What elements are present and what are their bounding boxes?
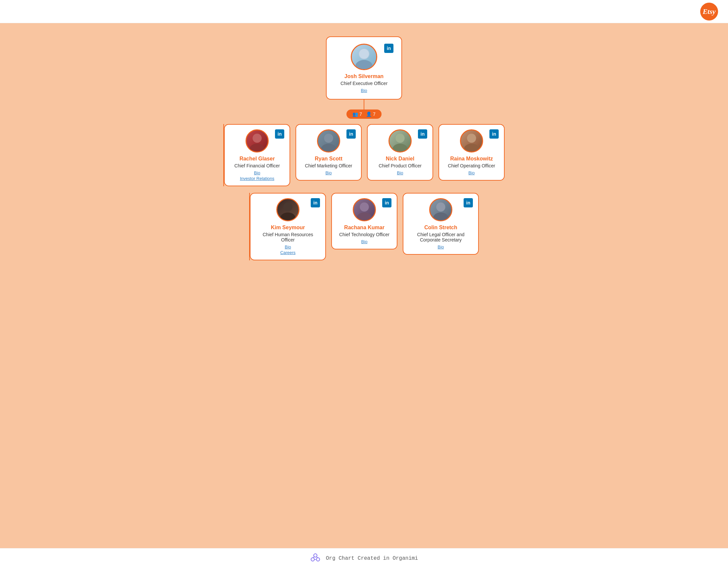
colin-bio-link[interactable]: Bio	[409, 245, 473, 250]
svg-point-18	[314, 554, 317, 557]
nick-avatar	[388, 129, 412, 153]
direct-count: 7	[359, 112, 362, 117]
rachel-investor-link[interactable]: Investor Relations	[230, 176, 284, 181]
rachel-bio-link[interactable]: Bio	[230, 170, 284, 175]
colin-avatar-wrap: in	[409, 198, 473, 221]
organimi-icon	[310, 553, 321, 564]
kim-avatar-wrap: in	[256, 198, 320, 221]
rachel-avatar	[246, 129, 269, 153]
ceo-down-line	[364, 100, 364, 110]
rachana-title: Chief Technology Officer	[337, 232, 391, 237]
kim-careers-link[interactable]: Careers	[256, 250, 320, 255]
raina-linkedin-icon[interactable]: in	[489, 129, 499, 139]
ryan-avatar	[317, 129, 340, 153]
rachana-bio-link[interactable]: Bio	[337, 239, 391, 244]
svg-point-12	[280, 213, 296, 221]
node-raina: in Raina Moskowitz Chief Operating Offic…	[438, 124, 505, 181]
svg-line-21	[316, 557, 318, 558]
rachel-title: Chief Financial Officer	[230, 163, 284, 168]
ceo-linkedin-icon[interactable]: in	[384, 44, 393, 53]
colin-title: Chief Legal Officer and Corporate Secret…	[409, 232, 473, 243]
rachana-linkedin-icon[interactable]: in	[382, 198, 391, 208]
svg-point-17	[311, 558, 314, 561]
ryan-avatar-wrap: in	[301, 129, 356, 153]
ceo-avatar	[351, 44, 377, 70]
stats-pill: 👥 7 👤 7	[346, 110, 382, 119]
raina-avatar-wrap: in	[444, 129, 499, 153]
ceo-bio-link[interactable]: Bio	[335, 88, 393, 93]
svg-point-13	[360, 203, 369, 212]
colin-avatar	[429, 198, 452, 221]
svg-point-3	[252, 134, 261, 143]
org-container: in Josh Silverman Chief Executive Office…	[7, 36, 721, 260]
kim-name: Kim Seymour	[256, 225, 320, 231]
chart-area: in Josh Silverman Chief Executive Office…	[0, 23, 728, 548]
ryan-title: Chief Marketing Officer	[301, 163, 356, 168]
row2-grid: in Kim Seymour Chief Human Resources Off…	[250, 193, 479, 260]
rachana-name: Rachana Kumar	[337, 225, 391, 231]
total-icon: 👤	[366, 112, 372, 117]
ceo-card: in Josh Silverman Chief Executive Office…	[326, 36, 402, 100]
rachana-avatar-wrap: in	[337, 198, 391, 221]
etsy-logo: Etsy	[700, 3, 718, 21]
ceo-title: Chief Executive Officer	[335, 81, 393, 86]
kim-linkedin-icon[interactable]: in	[311, 198, 320, 208]
ryan-linkedin-icon[interactable]: in	[346, 129, 356, 139]
svg-point-10	[464, 144, 479, 153]
svg-point-7	[395, 134, 404, 143]
kim-bio-link[interactable]: Bio	[256, 245, 320, 250]
svg-point-11	[283, 203, 292, 212]
svg-point-14	[357, 213, 372, 221]
card-nick: in Nick Daniel Chief Product Officer Bio	[367, 124, 433, 181]
node-rachel: in Rachel Glaser Chief Financial Officer…	[224, 124, 290, 186]
kim-title: Chief Human Resources Officer	[256, 232, 320, 243]
svg-line-20	[313, 557, 315, 558]
footer: Org Chart Created in Organimi	[0, 548, 728, 568]
direct-reports-stat: 👥 7	[352, 112, 362, 117]
svg-point-4	[250, 144, 265, 153]
raina-avatar	[460, 129, 483, 153]
node-nick: in Nick Daniel Chief Product Officer Bio	[367, 124, 433, 181]
svg-point-1	[355, 60, 373, 70]
raina-name: Raina Moskowitz	[444, 156, 499, 162]
nick-bio-link[interactable]: Bio	[373, 170, 427, 175]
svg-point-6	[321, 144, 336, 153]
node-rachana: in Rachana Kumar Chief Technology Office…	[331, 193, 397, 250]
colin-name: Colin Stretch	[409, 225, 473, 231]
rachel-name: Rachel Glaser	[230, 156, 284, 162]
nick-avatar-wrap: in	[373, 129, 427, 153]
card-kim: in Kim Seymour Chief Human Resources Off…	[250, 193, 326, 260]
rachel-linkedin-icon[interactable]: in	[275, 129, 284, 139]
ceo-name: Josh Silverman	[335, 73, 393, 79]
row1-grid: in Rachel Glaser Chief Financial Officer…	[224, 124, 505, 186]
nick-linkedin-icon[interactable]: in	[418, 129, 427, 139]
card-colin: in Colin Stretch Chief Legal Officer and…	[403, 193, 479, 255]
svg-point-19	[316, 558, 320, 561]
svg-point-8	[392, 144, 408, 153]
svg-point-5	[324, 134, 333, 143]
rachel-avatar-wrap: in	[230, 129, 284, 153]
rachana-avatar	[353, 198, 376, 221]
colin-linkedin-icon[interactable]: in	[464, 198, 473, 208]
svg-point-16	[433, 213, 448, 221]
svg-point-9	[467, 134, 476, 143]
card-raina: in Raina Moskowitz Chief Operating Offic…	[438, 124, 505, 181]
total-count: 7	[373, 112, 376, 117]
row1-container: in Rachel Glaser Chief Financial Officer…	[223, 124, 505, 186]
svg-point-15	[436, 203, 445, 212]
footer-text: Org Chart Created in Organimi	[326, 555, 418, 561]
card-rachana: in Rachana Kumar Chief Technology Office…	[331, 193, 397, 250]
card-ryan: in Ryan Scott Chief Marketing Officer Bi…	[296, 124, 362, 181]
ceo-avatar-wrap: in	[335, 44, 393, 70]
row2-container: in Kim Seymour Chief Human Resources Off…	[249, 193, 479, 260]
ryan-bio-link[interactable]: Bio	[301, 170, 356, 175]
node-ryan: in Ryan Scott Chief Marketing Officer Bi…	[296, 124, 362, 181]
raina-bio-link[interactable]: Bio	[444, 170, 499, 175]
node-kim: in Kim Seymour Chief Human Resources Off…	[250, 193, 326, 260]
nick-title: Chief Product Officer	[373, 163, 427, 168]
direct-reports-icon: 👥	[352, 112, 358, 117]
ryan-name: Ryan Scott	[301, 156, 356, 162]
raina-title: Chief Operating Officer	[444, 163, 499, 168]
node-colin: in Colin Stretch Chief Legal Officer and…	[403, 193, 479, 255]
ceo-level: in Josh Silverman Chief Executive Office…	[326, 36, 402, 100]
